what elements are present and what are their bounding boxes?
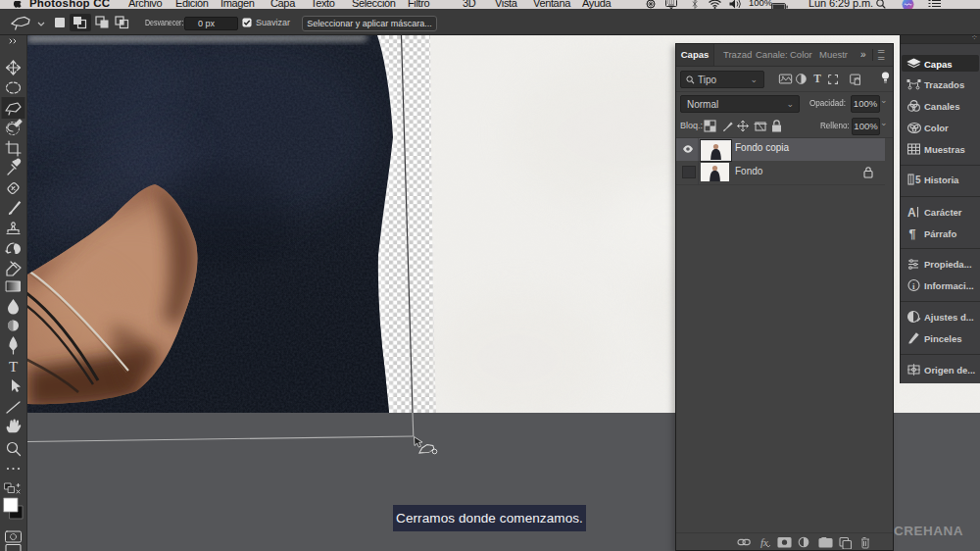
svg-text:5: 5	[915, 175, 921, 185]
svg-text:¶: ¶	[909, 227, 916, 241]
svg-text:A: A	[907, 206, 916, 220]
svg-text:T: T	[9, 359, 18, 375]
svg-text:T: T	[813, 73, 821, 84]
svg-text:i: i	[912, 280, 915, 290]
